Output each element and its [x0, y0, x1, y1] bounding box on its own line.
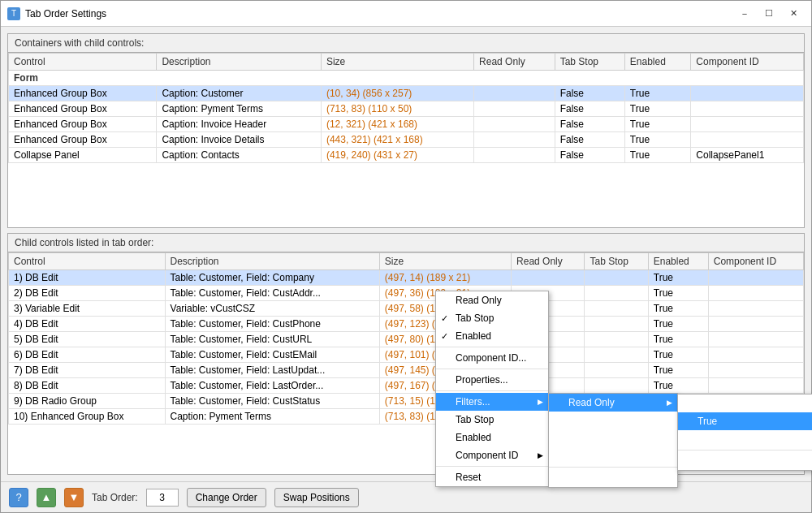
menu-tabstop-label: Tab Stop	[456, 313, 494, 324]
table-row[interactable]: 8) DB Edit Table: Customer, Field: LastO…	[9, 378, 804, 394]
cell-control: Enhanced Group Box	[9, 86, 157, 101]
table-row[interactable]: Enhanced Group Box Caption: Customer (10…	[9, 86, 804, 101]
menu-item-enabled2[interactable]: Enabled	[436, 429, 548, 446]
cell-description: Caption: Contacts	[157, 148, 321, 163]
col-readonly-bot: Read Only	[512, 253, 585, 270]
submenu2-true[interactable]: True	[678, 412, 812, 430]
window-title: Tab Order Settings	[25, 8, 733, 19]
menu-item-enabled[interactable]: ✓ Enabled	[436, 327, 548, 345]
context-menu[interactable]: Read Only ✓ Tab Stop ✓ Enabled Component…	[435, 291, 549, 487]
menu-item-tabstop[interactable]: ✓ Tab Stop	[436, 309, 548, 327]
submenu2-has-readonly-label: Has Read Only Property	[698, 398, 803, 409]
cell-enabled: True	[624, 86, 690, 101]
close-button[interactable]: ✕	[782, 6, 805, 22]
submenu-enabled-label: Enabled	[568, 433, 604, 444]
bottom-table-header-row: Control Description Size Read Only Tab S…	[9, 253, 804, 270]
table-row[interactable]: Enhanced Group Box Caption: Invoice Deta…	[9, 132, 804, 148]
table-row[interactable]: 5) DB Edit Table: Customer, Field: CustU…	[9, 332, 804, 347]
menu-item-tabstop2[interactable]: Tab Stop	[436, 411, 548, 429]
app-icon-letter: T	[11, 9, 16, 18]
menu-item-properties[interactable]: Properties...	[436, 371, 548, 389]
app-icon: T	[7, 7, 20, 20]
cell-tabstop	[585, 347, 648, 363]
col-componentid-top: Component ID	[691, 54, 804, 71]
menu-item-reset[interactable]: Reset	[436, 468, 548, 486]
down-button[interactable]: ▼	[64, 488, 84, 507]
menu-item-readonly[interactable]: Read Only	[436, 291, 548, 309]
menu-item-componentid2[interactable]: Component ID	[436, 446, 548, 464]
submenu-reset-label: Reset	[568, 472, 594, 484]
submenu-item-enabled[interactable]: Enabled	[549, 429, 677, 447]
menu-item-filters[interactable]: Filters... Read Only Has Read Only Prope…	[436, 393, 548, 411]
swap-positions-button[interactable]: Swap Positions	[274, 488, 359, 507]
cell-description: Caption: Pyment Terms	[165, 409, 379, 425]
cell-description: Table: Customer, Field: CustPhone	[165, 317, 379, 332]
cell-control: 8) DB Edit	[9, 378, 166, 394]
form-row-cell: Form	[9, 71, 804, 86]
up-button[interactable]: ▲	[37, 488, 56, 507]
cell-description: Table: Customer, Field: LastUpdat...	[165, 363, 379, 378]
submenu-item-reset[interactable]: Reset	[549, 469, 677, 487]
table-row[interactable]: 2) DB Edit Table: Customer, Field: CustA…	[9, 286, 804, 301]
submenu2-false[interactable]: False	[678, 430, 812, 448]
help-button[interactable]: ?	[9, 488, 28, 507]
cell-control: 9) DB Radio Group	[9, 394, 166, 409]
submenu-item-tabstop[interactable]: Tab Stop	[549, 412, 677, 429]
maximize-button[interactable]: ☐	[758, 6, 780, 22]
cell-enabled: True	[648, 347, 708, 363]
cell-readonly	[512, 270, 585, 286]
cell-componentid	[708, 378, 803, 394]
cell-control: 7) DB Edit	[9, 363, 166, 378]
submenu2-reset-label: Reset	[698, 455, 723, 467]
col-control-bot: Control	[9, 253, 166, 270]
submenu2-has-readonly[interactable]: Has Read Only Property	[678, 394, 812, 412]
cell-tabstop	[585, 317, 648, 332]
submenu2-sep	[678, 450, 812, 450]
cell-tabstop	[585, 332, 648, 347]
cell-tabstop: False	[555, 117, 624, 132]
col-description-top: Description	[157, 54, 321, 71]
table-row[interactable]: 7) DB Edit Table: Customer, Field: LastU…	[9, 363, 804, 378]
table-row[interactable]: Form	[9, 71, 804, 86]
table-row[interactable]: 6) DB Edit Table: Customer, Field: CustE…	[9, 347, 804, 363]
cell-tabstop	[585, 270, 648, 286]
cell-enabled: True	[624, 132, 690, 148]
cell-tabstop: False	[555, 148, 624, 163]
filters-submenu[interactable]: Read Only Has Read Only Property True Fa…	[548, 393, 678, 488]
submenu-tabstop-label: Tab Stop	[568, 415, 607, 426]
submenu-readonly-label: Read Only	[568, 397, 615, 408]
cell-size: (10, 34) (856 x 257)	[321, 86, 473, 101]
menu-item-componentid[interactable]: Component ID...	[436, 349, 548, 367]
table-row[interactable]: 4) DB Edit Table: Customer, Field: CustP…	[9, 317, 804, 332]
cell-control: Enhanced Group Box	[9, 101, 157, 117]
menu-enabled-label: Enabled	[456, 330, 491, 342]
minimize-button[interactable]: −	[733, 6, 756, 22]
tab-order-input[interactable]	[146, 489, 179, 507]
bottom-panel-header: Child controls listed in tab order:	[8, 234, 804, 252]
submenu2-reset[interactable]: Reset	[678, 452, 812, 470]
cell-size: (713, 83) (110 x 50)	[321, 101, 473, 117]
cell-size: (12, 321) (421 x 168)	[321, 117, 473, 132]
cell-description: Table: Customer, Field: CustStatus	[165, 394, 379, 409]
table-row[interactable]: 1) DB Edit Table: Customer, Field: Compa…	[9, 270, 804, 286]
col-size-bot: Size	[379, 253, 511, 270]
submenu-item-readonly[interactable]: Read Only Has Read Only Property True Fa…	[549, 394, 677, 412]
change-order-button[interactable]: Change Order	[187, 488, 266, 507]
check-enabled: ✓	[441, 331, 448, 342]
readonly-submenu[interactable]: Has Read Only Property True False Reset	[677, 394, 812, 471]
submenu-item-componentid[interactable]: Component ID	[549, 447, 677, 465]
table-row[interactable]: Enhanced Group Box Caption: Invoice Head…	[9, 117, 804, 132]
col-description-bot: Description	[165, 253, 379, 270]
col-tabstop-bot: Tab Stop	[585, 253, 648, 270]
cell-description: Table: Customer, Field: CustURL	[165, 332, 379, 347]
cell-componentid	[691, 117, 804, 132]
cell-componentid	[708, 301, 803, 317]
cell-enabled: True	[648, 301, 708, 317]
cell-size: (443, 321) (421 x 168)	[321, 132, 473, 148]
table-row[interactable]: Enhanced Group Box Caption: Pyment Terms…	[9, 101, 804, 117]
cell-readonly	[474, 148, 555, 163]
top-table-container[interactable]: Control Description Size Read Only Tab S…	[8, 53, 804, 227]
table-row[interactable]: 3) Variable Edit Variable: vCustCSZ (497…	[9, 301, 804, 317]
table-row[interactable]: Collapse Panel Caption: Contacts (419, 2…	[9, 148, 804, 163]
tab-order-label: Tab Order:	[92, 492, 138, 503]
